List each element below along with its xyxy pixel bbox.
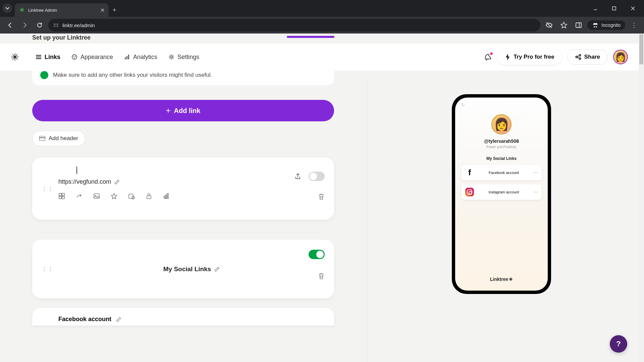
preview-link-label: Instagram account <box>477 190 530 194</box>
linktree-logo-icon[interactable]: ✳ <box>11 51 19 63</box>
more-icon: ⋯ <box>534 190 538 194</box>
window-minimize-button[interactable] <box>593 6 604 11</box>
edit-facebook-icon[interactable] <box>116 317 121 322</box>
setup-title: Set up your Linktree <box>32 34 91 41</box>
nav-appearance[interactable]: Appearance <box>66 50 118 64</box>
browser-back-button[interactable] <box>4 19 16 31</box>
svg-point-18 <box>170 56 172 58</box>
facebook-link-card: ⋮⋮ Facebook account <box>32 308 334 325</box>
svg-rect-34 <box>166 195 167 198</box>
svg-rect-27 <box>62 196 64 199</box>
appearance-icon <box>71 54 78 60</box>
svg-point-13 <box>75 56 76 57</box>
close-tab-icon[interactable]: ✕ <box>100 7 105 13</box>
svg-line-22 <box>577 56 579 57</box>
svg-rect-5 <box>56 26 58 26</box>
linktree-favicon-icon: ✳ <box>19 7 25 13</box>
bookmark-star-icon[interactable] <box>558 19 570 31</box>
share-button[interactable]: Share <box>567 49 608 65</box>
url-text: linktr.ee/admin <box>62 22 536 28</box>
drag-handle-icon[interactable]: ⋮⋮ <box>42 186 54 192</box>
thumbnail-icon[interactable] <box>93 193 100 199</box>
site-settings-icon[interactable] <box>53 22 59 28</box>
schedule-icon[interactable] <box>128 193 135 199</box>
scrollbar-thumb[interactable] <box>639 34 643 64</box>
try-pro-button[interactable]: Try Pro for free <box>497 49 562 65</box>
layout-icon[interactable] <box>58 193 65 199</box>
link-url[interactable]: https://vegfund.com <box>58 178 111 185</box>
svg-rect-6 <box>576 23 581 27</box>
nav-links[interactable]: Links <box>30 50 66 64</box>
nav-analytics-label: Analytics <box>133 54 157 61</box>
browser-tab[interactable]: ✳ Linktree Admin ✕ <box>15 3 109 17</box>
try-pro-label: Try Pro for free <box>514 54 554 60</box>
browser-menu-icon[interactable]: ⋮ <box>628 19 640 31</box>
setup-progress-bar <box>287 36 334 38</box>
text-cursor <box>76 167 77 174</box>
svg-rect-33 <box>164 196 165 198</box>
add-link-button[interactable]: + Add link <box>32 100 334 121</box>
svg-point-11 <box>72 55 77 59</box>
share-icon <box>575 54 582 60</box>
preview-handle: @tylersarah508 <box>484 138 519 144</box>
preview-link-label: Facebook account <box>477 171 530 175</box>
edit-header-icon[interactable] <box>214 266 220 272</box>
star-icon[interactable] <box>111 193 117 199</box>
nav-analytics[interactable]: Analytics <box>118 50 163 64</box>
chart-icon[interactable] <box>163 193 170 199</box>
profile-avatar[interactable]: 👩 <box>613 50 628 64</box>
svg-rect-3 <box>56 24 58 24</box>
url-bar[interactable]: linktr.ee/admin <box>48 19 540 32</box>
tab-title: Linktree Admin <box>28 8 97 13</box>
svg-point-12 <box>73 56 74 57</box>
delete-header-icon[interactable] <box>318 273 325 280</box>
scrollbar[interactable] <box>639 34 644 362</box>
preview-footer: Linktree✳ <box>490 277 513 282</box>
settings-icon <box>168 54 175 60</box>
preview-avatar: 👩 <box>491 114 512 134</box>
eye-off-icon[interactable] <box>543 19 555 31</box>
svg-rect-25 <box>62 193 64 196</box>
drag-handle-icon[interactable]: ⋮⋮ <box>42 266 54 272</box>
svg-rect-16 <box>126 56 127 59</box>
link-toggle[interactable] <box>309 172 325 181</box>
svg-rect-4 <box>54 26 56 26</box>
edit-url-icon[interactable] <box>114 179 120 185</box>
loading-icon: ↻ <box>461 102 465 107</box>
browser-reload-button[interactable] <box>34 19 46 31</box>
header-toggle[interactable] <box>309 250 325 259</box>
help-label: ? <box>616 340 621 348</box>
share-link-icon[interactable] <box>294 173 301 180</box>
svg-rect-15 <box>125 57 126 59</box>
window-maximize-button[interactable] <box>612 6 623 11</box>
svg-point-14 <box>74 58 75 59</box>
plus-icon: + <box>166 106 171 115</box>
svg-rect-26 <box>59 196 61 199</box>
nav-settings-label: Settings <box>177 54 199 61</box>
help-button[interactable]: ? <box>610 335 627 353</box>
facebook-title[interactable]: Facebook account <box>58 316 111 323</box>
lock-icon[interactable] <box>146 193 152 199</box>
delete-link-icon[interactable] <box>318 193 325 200</box>
preview-link-instagram: Instagram account ⋯ <box>461 184 542 200</box>
svg-rect-2 <box>54 24 56 24</box>
svg-rect-30 <box>129 194 133 198</box>
link-card: ⋮⋮ https://vegfund.com <box>32 158 334 220</box>
tab-search-button[interactable] <box>3 4 12 13</box>
share-label: Share <box>584 54 600 60</box>
nav-settings[interactable]: Settings <box>163 50 205 64</box>
notifications-button[interactable] <box>484 53 492 61</box>
add-header-button[interactable]: Add header <box>32 131 85 146</box>
redirect-icon[interactable] <box>76 193 83 199</box>
incognito-indicator[interactable]: Incognito <box>587 20 625 30</box>
svg-rect-35 <box>167 193 168 198</box>
header-title[interactable]: My Social Links <box>163 265 211 273</box>
window-close-button[interactable] <box>631 6 641 11</box>
side-panel-icon[interactable] <box>573 19 585 31</box>
link-title-input[interactable] <box>58 166 290 175</box>
phone-preview: ↻ 👩 @tylersarah508 Power and Positivity … <box>452 94 551 294</box>
check-icon <box>40 71 48 79</box>
app-header: ✳ Links Appearance Analytics Settings <box>0 44 639 70</box>
nav-links-label: Links <box>45 54 60 61</box>
new-tab-button[interactable]: + <box>113 7 116 14</box>
